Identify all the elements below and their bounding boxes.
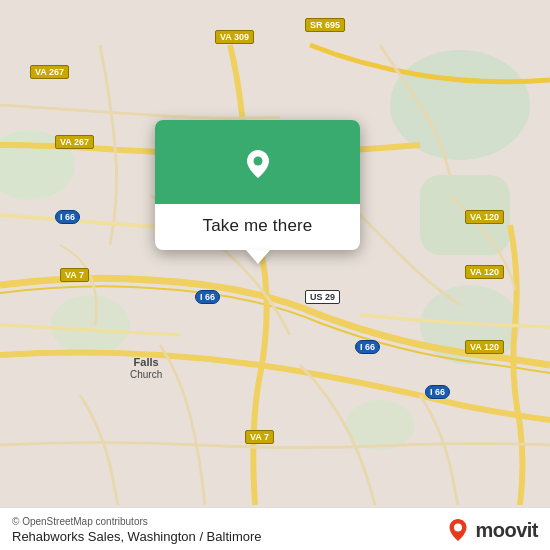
svg-point-10 — [454, 524, 462, 532]
road-sign-i-66: I 66 — [55, 210, 80, 224]
popup-bottom[interactable]: Take me there — [155, 204, 360, 250]
moovit-text: moovit — [475, 519, 538, 542]
svg-point-6 — [345, 400, 415, 450]
location-title: Rehabworks Sales, Washington / Baltimore — [12, 529, 262, 544]
footer-bar: © OpenStreetMap contributors Rehabworks … — [0, 507, 550, 550]
moovit-logo: moovit — [445, 517, 538, 543]
popup-header — [155, 120, 360, 204]
road-sign-us-29: US 29 — [305, 290, 340, 304]
road-sign-i-66: I 66 — [425, 385, 450, 399]
location-pin-icon — [236, 142, 280, 186]
road-sign-va-120: VA 120 — [465, 340, 504, 354]
take-me-there-button[interactable]: Take me there — [203, 216, 313, 236]
road-sign-va-309: VA 309 — [215, 30, 254, 44]
road-sign-i-66: I 66 — [195, 290, 220, 304]
road-sign-sr-695: SR 695 — [305, 18, 345, 32]
road-sign-i-66: I 66 — [355, 340, 380, 354]
road-sign-va-7: VA 7 — [245, 430, 274, 444]
map-container: SR 695VA 309VA 267VA 267309I 66VA 120VA … — [0, 0, 550, 550]
svg-point-4 — [50, 295, 130, 355]
road-sign-va-267: VA 267 — [55, 135, 94, 149]
road-sign-va-120: VA 120 — [465, 265, 504, 279]
footer-left: © OpenStreetMap contributors Rehabworks … — [12, 516, 262, 544]
popup-card: Take me there — [155, 120, 360, 250]
road-sign-va-7: VA 7 — [60, 268, 89, 282]
svg-point-9 — [253, 157, 262, 166]
road-sign-va-120: VA 120 — [465, 210, 504, 224]
moovit-pin-icon — [445, 517, 471, 543]
road-sign-va-267: VA 267 — [30, 65, 69, 79]
attribution-text: © OpenStreetMap contributors — [12, 516, 262, 527]
place-label: Falls Church — [130, 355, 162, 380]
